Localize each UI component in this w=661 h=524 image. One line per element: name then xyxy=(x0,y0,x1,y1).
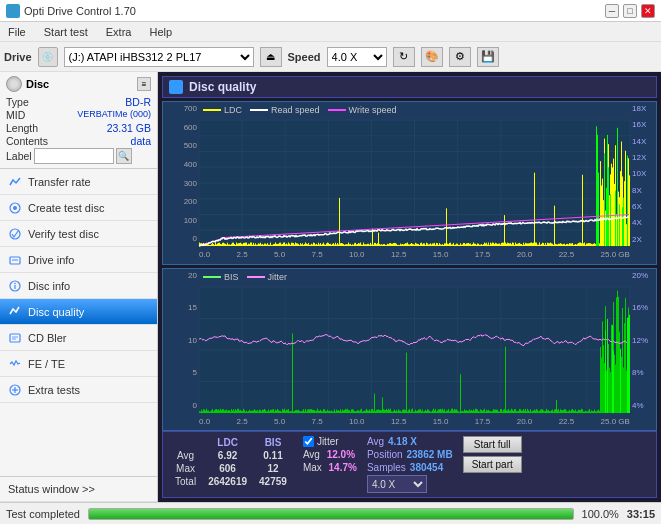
top-chart: LDC Read speed Write speed 700 600 500 4… xyxy=(162,101,657,265)
chart-icon xyxy=(169,80,183,94)
drive-label: Drive xyxy=(4,51,32,63)
extra-tests-icon xyxy=(8,383,22,397)
disc-label-row: Label 🔍 xyxy=(6,148,151,164)
menu-help[interactable]: Help xyxy=(145,24,176,40)
chart-header: Disc quality xyxy=(162,76,657,98)
menu-file[interactable]: File xyxy=(4,24,30,40)
drive-select[interactable]: (J:) ATAPI iHBS312 2 PL17 xyxy=(64,47,254,67)
menu-start-test[interactable]: Start test xyxy=(40,24,92,40)
disc-header-text: Disc xyxy=(26,78,49,90)
y-label-right: 6X xyxy=(632,202,654,211)
disc-contents-value: data xyxy=(131,135,151,147)
sidebar-item-label: Create test disc xyxy=(28,202,104,214)
disc-label-input[interactable] xyxy=(34,148,114,164)
create-test-disc-icon xyxy=(8,201,22,215)
disc-length-label: Length xyxy=(6,122,38,134)
y-label: 700 xyxy=(165,104,197,113)
svg-rect-8 xyxy=(10,334,20,342)
save-button[interactable]: 💾 xyxy=(477,47,499,67)
speed-avg-row: Avg 4.18 X xyxy=(367,436,453,447)
bottom-chart-canvas xyxy=(163,269,656,431)
disc-icon xyxy=(6,76,22,92)
chart-area: Disc quality LDC Read speed Write speed xyxy=(158,72,661,502)
y-label-right: 4X xyxy=(632,218,654,227)
start-part-button[interactable]: Start part xyxy=(463,456,522,473)
maximize-button[interactable]: □ xyxy=(623,4,637,18)
speed-stats-select[interactable]: 4.0 X xyxy=(367,475,427,493)
disc-quality-icon xyxy=(8,305,22,319)
max-jitter-val: 14.7% xyxy=(329,462,357,473)
sidebar-item-cd-bler[interactable]: CD Bler xyxy=(0,325,157,351)
sidebar-item-disc-quality[interactable]: Disc quality xyxy=(0,299,157,325)
stats-col-bis: BIS xyxy=(253,436,293,449)
position-row: Position 23862 MB xyxy=(367,449,453,460)
total-bis: 42759 xyxy=(253,475,293,488)
y-label: 200 xyxy=(165,197,197,206)
cd-bler-icon xyxy=(8,331,22,345)
legend-bis: BIS xyxy=(203,272,239,282)
sidebar-item-extra-tests[interactable]: Extra tests xyxy=(0,377,157,403)
close-button[interactable]: ✕ xyxy=(641,4,655,18)
stats-table: LDC BIS Avg 6.92 0.11 Max 606 12 xyxy=(169,436,293,488)
disc-panel-header: Disc ≡ xyxy=(6,76,151,92)
jitter-label: Jitter xyxy=(317,436,339,447)
minimize-button[interactable]: ─ xyxy=(605,4,619,18)
stats-area: LDC BIS Avg 6.92 0.11 Max 606 12 xyxy=(162,431,657,498)
sidebar-item-verify-test-disc[interactable]: Verify test disc xyxy=(0,221,157,247)
y-label: 400 xyxy=(165,160,197,169)
sidebar-item-label: Disc info xyxy=(28,280,70,292)
y-label-right: 2X xyxy=(632,235,654,244)
progress-percentage: 100.0% xyxy=(582,508,619,520)
y-label: 600 xyxy=(165,123,197,132)
jitter-checkbox-row[interactable]: Jitter xyxy=(303,436,357,447)
y-label: 0 xyxy=(165,234,197,243)
y-label-right: 12X xyxy=(632,153,654,162)
sidebar-item-label: Verify test disc xyxy=(28,228,99,240)
settings-button[interactable]: ⚙ xyxy=(449,47,471,67)
jitter-checkbox[interactable] xyxy=(303,436,314,447)
sidebar-item-label: Transfer rate xyxy=(28,176,91,188)
disc-settings-btn[interactable]: ≡ xyxy=(137,77,151,91)
sidebar-item-drive-info[interactable]: Drive info xyxy=(0,247,157,273)
top-x-axis: 0.0 2.5 5.0 7.5 10.0 12.5 15.0 17.5 20.0… xyxy=(199,246,630,264)
bottom-chart-legend: BIS Jitter xyxy=(203,272,287,282)
disc-type-row: Type BD-R xyxy=(6,96,151,108)
drive-toolbar: Drive 💿 (J:) ATAPI iHBS312 2 PL17 ⏏ Spee… xyxy=(0,42,661,72)
legend-write-speed: Write speed xyxy=(328,105,397,115)
max-bis: 12 xyxy=(253,462,293,475)
top-y-axis-right: 18X 16X 14X 12X 10X 8X 6X 4X 2X xyxy=(630,102,656,246)
title-bar-left: Opti Drive Control 1.70 xyxy=(6,4,136,18)
stats-max-row: Max 606 12 xyxy=(169,462,293,475)
svg-point-1 xyxy=(13,206,17,210)
stats-total-row: Total 2642619 42759 xyxy=(169,475,293,488)
start-full-button[interactable]: Start full xyxy=(463,436,522,453)
disc-mid-value: VERBATIMe (000) xyxy=(77,109,151,121)
sidebar: Disc ≡ Type BD-R MID VERBATIMe (000) Len… xyxy=(0,72,158,502)
progress-bar-fill xyxy=(89,509,573,519)
disc-label-key: Label xyxy=(6,150,32,162)
max-label: Max xyxy=(169,462,202,475)
disc-label-button[interactable]: 🔍 xyxy=(116,148,132,164)
sidebar-item-create-test-disc[interactable]: Create test disc xyxy=(0,195,157,221)
sidebar-item-disc-info[interactable]: Disc info xyxy=(0,273,157,299)
fe-te-icon xyxy=(8,357,22,371)
refresh-button[interactable]: ↻ xyxy=(393,47,415,67)
drive-icon: 💿 xyxy=(38,47,58,67)
bottom-y-axis-right: 20% 16% 12% 8% 4% xyxy=(630,269,656,413)
sidebar-item-transfer-rate[interactable]: Transfer rate xyxy=(0,169,157,195)
sidebar-item-label: FE / TE xyxy=(28,358,65,370)
verify-test-disc-icon xyxy=(8,227,22,241)
app-title: Opti Drive Control 1.70 xyxy=(24,5,136,17)
sidebar-item-fe-te[interactable]: FE / TE xyxy=(0,351,157,377)
eject-button[interactable]: ⏏ xyxy=(260,47,282,67)
sidebar-item-label: Extra tests xyxy=(28,384,80,396)
color-button[interactable]: 🎨 xyxy=(421,47,443,67)
sidebar-item-label: Disc quality xyxy=(28,306,84,318)
avg-label: Avg xyxy=(169,449,202,462)
transfer-rate-icon xyxy=(8,175,22,189)
menu-extra[interactable]: Extra xyxy=(102,24,136,40)
sidebar-item-status-window[interactable]: Status window >> xyxy=(0,476,157,502)
speed-select[interactable]: 4.0 X xyxy=(327,47,387,67)
time-display: 33:15 xyxy=(627,508,655,520)
drive-info-icon xyxy=(8,253,22,267)
